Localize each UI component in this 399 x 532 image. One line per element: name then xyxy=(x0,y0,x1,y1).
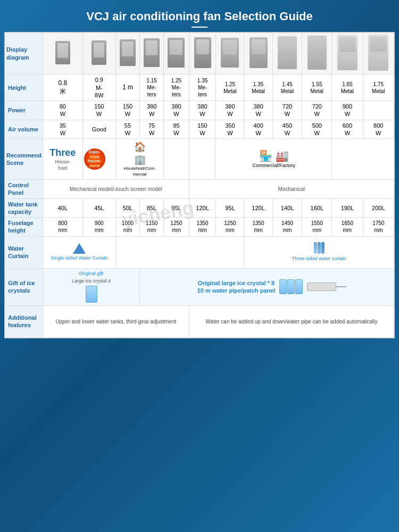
fuse-1: 800mm xyxy=(43,218,83,237)
tank-12: 200L xyxy=(363,198,394,218)
fan-img-11 xyxy=(332,33,363,74)
water-curtain-three-label: Three-sided water curtain xyxy=(245,256,393,262)
row-height: Height 0.8米 0.9M-8W 1 m 1.15Me-ters 1.25… xyxy=(5,74,394,101)
height-10: 1.55Metal xyxy=(302,74,332,101)
page-title: VCJ air conditioning fan Selection Guide xyxy=(0,0,399,27)
row-gift: Gift of ice crystals Original gift Large… xyxy=(5,268,394,305)
row-additional: Additional features Upper and lower wate… xyxy=(5,305,394,337)
height-4: 1.15Me-ters xyxy=(140,74,164,101)
three-label: Three xyxy=(44,147,81,159)
air-2: Good xyxy=(82,120,115,139)
header-water-tank: Water tank capacity xyxy=(5,198,43,218)
fan-img-4 xyxy=(140,33,164,74)
header-additional: Additional features xyxy=(5,305,43,337)
header-gift: Gift of ice crystals xyxy=(5,268,43,305)
fan-img-7 xyxy=(216,33,244,74)
fuse-4: 1150mm xyxy=(140,218,164,237)
fuse-6: 1350mm xyxy=(189,218,216,237)
row-recommend: Recommend Scene Three House-hold Explo-s… xyxy=(5,139,394,180)
height-7: 1.25Metal xyxy=(216,74,244,101)
house-icon: 🏠 xyxy=(117,141,162,153)
gift-right: Original large ice crystal * 8 10 m wate… xyxy=(140,268,394,305)
control-right: Mechanical xyxy=(189,179,394,198)
fan-img-2 xyxy=(82,33,115,74)
tank-9: 140L xyxy=(272,198,302,218)
gift-pipe-label: 10 m water pipe/patch panel xyxy=(197,287,276,294)
power-7: 380W xyxy=(216,101,244,120)
power-8: 380W xyxy=(244,101,272,120)
fuse-9: 1450mm xyxy=(272,218,302,237)
fuse-2: 900mm xyxy=(82,218,115,237)
header-water-curtain: Water Curtain xyxy=(5,236,43,268)
power-6: 380W xyxy=(189,101,216,120)
height-1: 0.8米 xyxy=(43,74,83,101)
gift-ice-label: Large ice crystal 4 xyxy=(44,278,138,285)
gift-large-ice-icons xyxy=(279,279,303,294)
air-8: 400W xyxy=(244,120,272,139)
gift-left: Original gift Large ice crystal 4 xyxy=(43,268,140,305)
fan-img-3 xyxy=(115,33,139,74)
fuse-11: 1650mm xyxy=(332,218,363,237)
fuse-5: 1250mm xyxy=(164,218,189,237)
air-10: 500W xyxy=(302,120,332,139)
air-4: 75W xyxy=(140,120,164,139)
tank-1: 40L xyxy=(43,198,83,218)
header-air-volume: Air volume xyxy=(5,120,43,139)
fuse-10: 1550mm xyxy=(302,218,332,237)
power-11: 900W xyxy=(332,101,363,120)
tank-6: 120L xyxy=(189,198,216,218)
fuse-3: 1000mm xyxy=(115,218,139,237)
water-curtain-three: Three-sided water curtain xyxy=(244,236,394,268)
title-underline xyxy=(192,27,207,28)
recommend-blank1 xyxy=(164,139,189,180)
commercial-factory-label: Commercial/Factory xyxy=(217,163,330,169)
fuse-7: 1250mm xyxy=(216,218,244,237)
power-12 xyxy=(363,101,394,120)
fan-img-5 xyxy=(164,33,189,74)
height-9: 1.45Metal xyxy=(272,74,302,101)
tank-2: 45L xyxy=(82,198,115,218)
air-12: 800W xyxy=(363,120,394,139)
height-5: 1.25Me-ters xyxy=(164,74,189,101)
gift-power-strip-icon xyxy=(307,282,336,291)
table-container: yicheng Display diagram xyxy=(4,32,395,338)
air-6: 150W xyxy=(189,120,216,139)
power-3: 150W xyxy=(115,101,139,120)
power-2: 150W xyxy=(82,101,115,120)
height-3: 1 m xyxy=(115,74,139,101)
header-height: Height xyxy=(5,74,43,101)
air-5: 95W xyxy=(164,120,189,139)
height-8: 1.35Metal xyxy=(244,74,272,101)
tank-3: 50L xyxy=(115,198,139,218)
row-power: Power 80W 150W 150W 380W 380W 380W 380W … xyxy=(5,101,394,120)
height-6: 1.35Me-ters xyxy=(189,74,216,101)
tank-7: 95L xyxy=(216,198,244,218)
gift-ice-icons xyxy=(44,286,138,303)
row-water-curtain: Water Curtain Single-sided Water Curtain… xyxy=(5,236,394,268)
fan-img-12 xyxy=(363,33,394,74)
air-9: 450W xyxy=(272,120,302,139)
fan-img-8 xyxy=(244,33,272,74)
additional-right: Water can be added up and down/water pip… xyxy=(189,305,394,337)
header-power: Power xyxy=(5,101,43,120)
power-5: 380W xyxy=(164,101,189,120)
tank-11: 190L xyxy=(332,198,363,218)
header-control: Control Panel xyxy=(5,179,43,198)
fuse-12: 1750mm xyxy=(363,218,394,237)
commercial-icon: 🏪 xyxy=(259,149,272,163)
water-curtain-three-icon xyxy=(245,242,393,254)
factory-icon: 🏭 xyxy=(276,149,289,163)
power-9: 720W xyxy=(272,101,302,120)
row-fuselage: Fuselage height 800mm 900mm 1000mm 1150m… xyxy=(5,218,394,237)
household-label: House-hold xyxy=(44,159,81,171)
air-3: 55W xyxy=(115,120,139,139)
water-curtain-single-icon xyxy=(73,243,86,254)
tank-4: 85L xyxy=(140,198,164,218)
power-10: 720W xyxy=(302,101,332,120)
air-7: 350W xyxy=(216,120,244,139)
height-2: 0.9M-8W xyxy=(82,74,115,101)
recommend-household: Three House-hold xyxy=(43,139,83,180)
power-4: 380W xyxy=(140,101,164,120)
air-1: 35W xyxy=(43,120,83,139)
additional-left: Upper and lower water tanks, third gear … xyxy=(43,305,189,337)
